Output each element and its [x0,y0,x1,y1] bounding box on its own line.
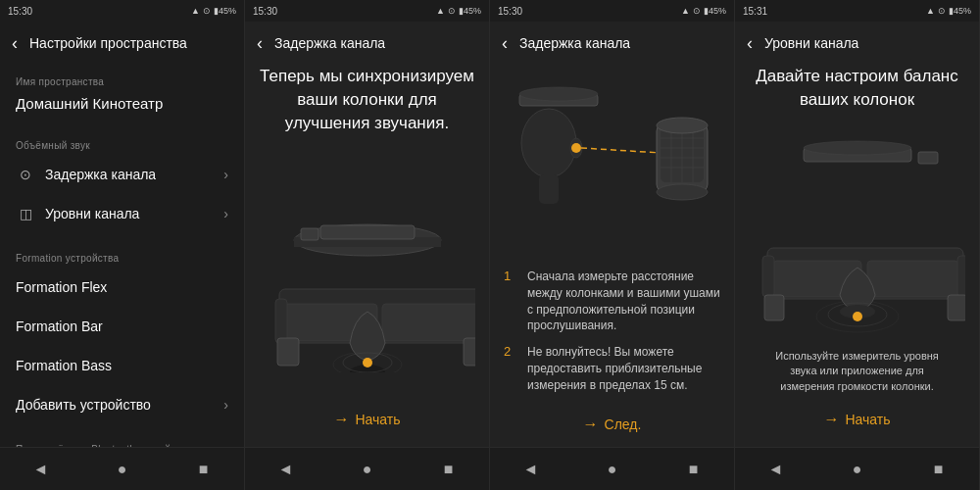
delay-text: Задержка канала [45,167,156,182]
nav-recents-4[interactable]: ■ [919,461,958,478]
delay-icon: ⊙ [16,167,35,182]
signal-icon-4: ▲ [926,6,935,16]
settings-header: ‹ Настройки пространства [0,22,244,65]
svg-rect-7 [275,299,287,343]
back-button-2[interactable]: ‹ [257,33,263,54]
formation-bar-item[interactable]: Formation Bar [0,307,244,346]
svg-rect-39 [867,261,958,297]
time-1: 15:30 [8,6,32,17]
signal-icon-3: ▲ [681,6,690,16]
signal-icon-2: ▲ [436,6,445,16]
instruction-1: 1 Сначала измерьте расстояние между коло… [504,269,720,334]
add-device-chevron: › [223,397,228,413]
add-device-item[interactable]: Добавить устройство › [0,385,244,424]
back-button-4[interactable]: ‹ [747,33,753,54]
surround-label: Объёмный звук [0,128,244,155]
status-bar-4: 15:31 ▲ ⊙ ▮45% [735,0,979,22]
delay-detail-content: 1 Сначала измерьте расстояние между коло… [490,65,734,447]
speaker-scene-svg-2 [260,176,475,372]
levels-scene-svg [750,130,965,336]
settings-content: Имя пространства Домашний Кинотеатр Объё… [0,65,244,447]
svg-point-43 [853,312,862,321]
levels-text: Уровни канала [45,206,139,221]
start-button-4[interactable]: → Начать [749,402,965,437]
nav-back-2[interactable]: ◄ [267,461,306,478]
svg-rect-6 [382,304,475,341]
panel-delay-intro: 15:30 ▲ ⊙ ▮45% ‹ Задержка канала Теперь … [245,0,490,490]
start-arrow-4: → [823,411,839,428]
nav-recents-1[interactable]: ■ [184,461,223,478]
next-button-3[interactable]: → След. [490,412,734,437]
svg-rect-41 [957,256,965,297]
levels-header: ‹ Уровни канала [735,22,979,65]
wifi-icon-2: ⊙ [448,6,456,16]
bottom-nav-1: ◄ ● ■ [0,447,244,490]
delay-detail-header: ‹ Задержка канала [490,22,734,65]
delay-detail-illustration [490,65,734,261]
svg-line-19 [581,148,662,153]
next-arrow-3: → [583,416,599,433]
svg-rect-40 [762,256,774,297]
panel-levels: 15:31 ▲ ⊙ ▮45% ‹ Уровни канала Давайте н… [735,0,980,490]
nav-back-1[interactable]: ◄ [22,461,61,478]
formation-bass-item[interactable]: Formation Bass [0,346,244,385]
wifi-icon-3: ⊙ [693,6,701,16]
bottom-nav-3: ◄ ● ■ [490,447,734,490]
nav-back-4[interactable]: ◄ [757,461,796,478]
nav-home-3[interactable]: ● [593,461,632,478]
bottom-nav-2: ◄ ● ■ [245,447,489,490]
wifi-icon: ⊙ [203,6,211,16]
nav-recents-3[interactable]: ■ [674,461,713,478]
channel-levels-item[interactable]: ◫ Уровни канала › [0,194,244,233]
start-label-2: Начать [355,412,400,427]
levels-chevron: › [223,206,228,221]
svg-point-31 [657,184,708,200]
panel-delay-detail: 15:30 ▲ ⊙ ▮45% ‹ Задержка канала [490,0,735,490]
instructions-area: 1 Сначала измерьте расстояние между коло… [490,261,734,412]
nav-back-3[interactable]: ◄ [512,461,551,478]
status-bar-2: 15:30 ▲ ⊙ ▮45% [245,0,489,22]
start-button-2[interactable]: → Начать [333,402,400,437]
svg-point-10 [363,358,372,368]
delay-chevron: › [223,167,228,182]
settings-title: Настройки пространства [29,35,187,51]
signal-icon: ▲ [191,6,200,16]
svg-point-33 [519,87,598,101]
instr-num-1: 1 [504,269,519,334]
add-device-text: Добавить устройство [16,397,151,413]
delay-measurement-svg [490,65,734,261]
space-name-value[interactable]: Домашний Кинотеатр [16,95,163,112]
nav-home-1[interactable]: ● [103,461,142,478]
next-label-3: След. [605,416,642,432]
svg-rect-11 [277,338,299,366]
bluetooth-label: Подключённые Bluetooth устройства [0,432,244,447]
start-label-4: Начать [845,412,890,427]
channel-delay-item[interactable]: ⊙ Задержка канала › [0,155,244,194]
levels-title: Уровни канала [764,35,858,51]
battery-icon: ▮45% [214,6,236,16]
nav-home-2[interactable]: ● [348,461,387,478]
delay-intro-text: Теперь мы синхронизируем ваши колонки дл… [259,65,475,134]
back-button-3[interactable]: ‹ [502,33,508,54]
time-3: 15:30 [498,6,522,17]
svg-rect-45 [948,295,965,320]
instr-text-1: Сначала измерьте расстояние между колонк… [527,269,720,334]
svg-rect-44 [764,295,784,320]
space-name-label: Имя пространства [0,65,244,91]
nav-home-4[interactable]: ● [838,461,877,478]
levels-content: Давайте настроим баланс ваших колонок [735,65,979,447]
level-hint-text: Используйте измеритель уровня звука или … [749,343,965,402]
instr-num-2: 2 [504,344,519,393]
status-bar-3: 15:30 ▲ ⊙ ▮45% [490,0,734,22]
formation-flex-item[interactable]: Formation Flex [0,268,244,307]
delay-intro-content: Теперь мы синхронизируем ваши колонки дл… [245,65,489,447]
back-button-1[interactable]: ‹ [12,33,18,54]
start-arrow-2: → [333,411,349,428]
time-4: 15:31 [743,6,767,17]
space-name-group: Домашний Кинотеатр [0,91,244,121]
svg-point-35 [804,141,911,155]
nav-recents-2[interactable]: ■ [429,461,468,478]
instr-text-2: Не волнуйтесь! Вы можете предоставить пр… [527,344,720,393]
delay-intro-title: Задержка канала [274,35,385,51]
battery-icon-2: ▮45% [459,6,481,16]
